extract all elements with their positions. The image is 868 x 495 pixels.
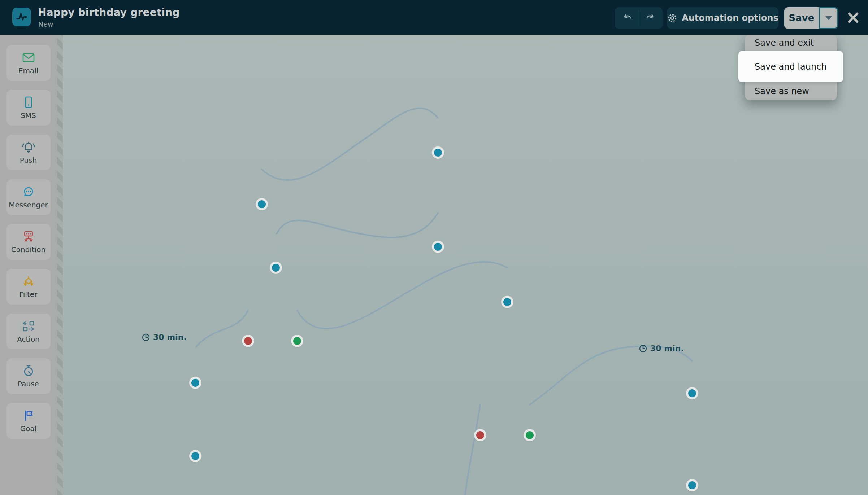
menu-item-save-and-launch[interactable]: Save and launch [738,51,843,82]
app-logo [12,8,31,26]
connector-gemini-out[interactable] [688,481,696,489]
connector-condition-in[interactable] [272,264,280,272]
page-subtitle: New [38,20,53,28]
action-icon [21,319,36,333]
wire-filter-no-down [465,405,480,495]
save-menu: Save and exit Save and launch Save as ne… [745,35,837,100]
save-split-button: Save [784,7,838,29]
sidebar-item-pause[interactable]: Pause [6,358,51,394]
connector-condition-yes[interactable] [293,337,301,345]
save-button[interactable]: Save [784,7,819,29]
connector-birthday-in[interactable] [434,149,442,157]
sidebar-item-condition[interactable]: Condition [6,224,51,260]
canvas-edge-stripe [57,35,63,495]
connector-sms-in[interactable] [191,379,199,387]
goal-icon [21,409,36,422]
push-icon [21,140,36,154]
gear-icon [667,13,677,23]
wire-flowstart-to-birthday [262,108,438,180]
sidebar-item-action[interactable]: Action [6,314,51,349]
save-dropdown-toggle[interactable] [819,7,838,29]
gemini-delay-label: 30 min. [639,344,684,353]
chevron-down-icon [825,16,832,20]
wire-condition-no-to-sms [196,310,248,347]
sidebar-item-messenger[interactable]: Messenger [6,179,51,215]
undo-redo-group [615,7,663,29]
sidebar-item-sms[interactable]: SMS [6,90,51,126]
clock-icon [639,344,647,353]
wire-birthday-to-condition [277,213,438,237]
wire-filter-yes-to-gemini [530,346,692,405]
automation-options-button[interactable]: Automation options [667,7,778,29]
connector-birthday-out[interactable] [434,243,442,251]
connector-condition-no[interactable] [244,337,252,345]
sidebar-item-goal[interactable]: Goal [6,403,51,439]
connector-filter-no[interactable] [476,431,484,439]
connector-gemini-in[interactable] [688,389,696,397]
clock-icon [142,333,150,342]
messenger-icon [21,185,36,199]
sidebar-item-email[interactable]: Email [6,45,51,81]
menu-item-save-as-new[interactable]: Save as new [745,82,837,100]
connector-filter-in[interactable] [503,298,511,306]
connector-flow-start-out[interactable] [258,200,266,208]
close-icon [846,11,860,25]
redo-button[interactable] [639,7,663,29]
condition-icon [21,230,36,244]
automation-editor: Flow start Special date EMAIL My emails … [0,0,868,495]
undo-button[interactable] [615,7,639,29]
sidebar-item-filter[interactable]: Filter [6,269,51,305]
sms-delay-label: 30 min. [142,333,187,342]
close-button[interactable] [845,9,862,26]
flow-canvas[interactable] [0,35,868,495]
sidebar: Email SMS Push Messenger Condition Filte… [0,35,57,495]
wire-condition-yes-to-filter [297,262,507,329]
filter-icon [21,275,36,288]
menu-item-save-and-exit[interactable]: Save and exit [745,35,837,51]
undo-icon [622,13,632,23]
connector-filter-yes[interactable] [526,431,534,439]
sidebar-item-push[interactable]: Push [6,135,51,170]
pause-icon [21,364,36,378]
email-icon [21,51,36,65]
redo-icon [646,13,656,23]
page-title: Happy birthday greeting [38,6,180,18]
top-bar: Happy birthday greeting New Automation o… [0,0,868,35]
sms-icon [21,96,36,109]
connector-sms-out[interactable] [191,452,199,460]
